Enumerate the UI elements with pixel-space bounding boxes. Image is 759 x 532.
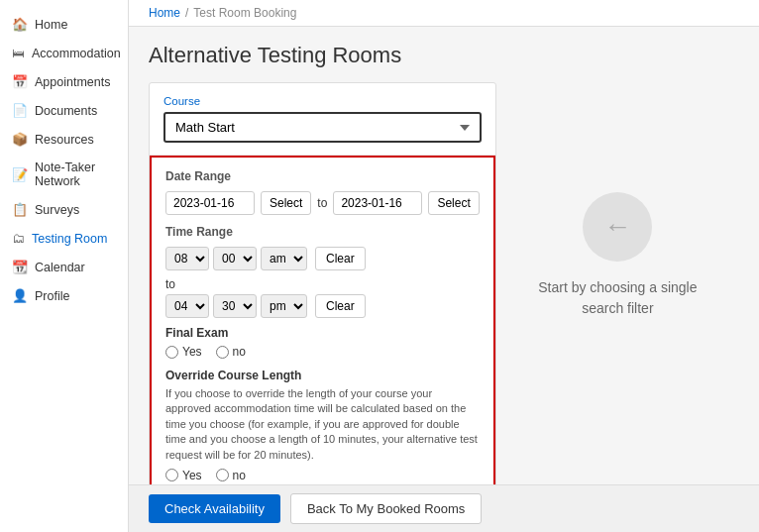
- breadcrumb-current: Test Room Booking: [193, 6, 296, 20]
- final-exam-label: Final Exam: [165, 326, 480, 340]
- start-min-select[interactable]: 00: [213, 247, 257, 270]
- right-panel-text: Start by choosing a single search filter: [516, 277, 719, 319]
- final-exam-yes-label[interactable]: Yes: [165, 345, 202, 359]
- content-area: Alternative Testing Rooms Course Math St…: [129, 27, 759, 484]
- sidebar-label-accommodation: Accommodation: [32, 47, 121, 60]
- final-exam-no-text: no: [233, 345, 246, 359]
- select-start-date-button[interactable]: Select: [261, 191, 311, 215]
- end-hour-select[interactable]: 04: [165, 294, 209, 318]
- sidebar-item-calendar[interactable]: 📆 Calendar: [0, 253, 128, 281]
- course-label: Course: [163, 95, 482, 107]
- select-end-date-button[interactable]: Select: [428, 191, 479, 215]
- profile-icon: 👤: [12, 288, 28, 303]
- sidebar-item-appointments[interactable]: 📅 Appointments: [0, 67, 128, 96]
- main-content: Home / Test Room Booking Alternative Tes…: [129, 0, 759, 532]
- back-to-booked-rooms-button[interactable]: Back To My Booked Rooms: [290, 493, 482, 524]
- documents-icon: 📄: [12, 103, 28, 118]
- appointments-icon: 📅: [12, 74, 28, 89]
- calendar-icon: 📆: [12, 260, 28, 274]
- date-range-title: Date Range: [165, 169, 480, 183]
- time-range-section: Time Range 08 00 am pm: [165, 225, 480, 318]
- topbar: Home / Test Room Booking: [129, 0, 759, 27]
- clear-start-time-button[interactable]: Clear: [315, 247, 366, 270]
- end-min-select[interactable]: 30: [213, 294, 257, 318]
- page-title: Alternative Testing Rooms: [149, 43, 496, 68]
- bottom-bar: Check Availability Back To My Booked Roo…: [129, 484, 759, 532]
- left-panel: Alternative Testing Rooms Course Math St…: [149, 43, 496, 469]
- sidebar-label-surveys: Surveys: [35, 203, 79, 217]
- end-period-select[interactable]: am pm: [261, 294, 307, 318]
- final-exam-no-radio[interactable]: [216, 346, 229, 359]
- time-start-row: 08 00 am pm Clear: [165, 247, 480, 270]
- course-section: Course Math Start: [150, 83, 495, 156]
- surveys-icon: 📋: [12, 202, 28, 217]
- start-period-select[interactable]: am pm: [261, 247, 307, 270]
- override-yes-label[interactable]: Yes: [165, 469, 202, 482]
- sidebar-label-profile: Profile: [35, 289, 69, 303]
- breadcrumb-separator: /: [185, 6, 188, 20]
- back-icon-circle: ←: [583, 192, 652, 262]
- override-no-text: no: [233, 469, 246, 482]
- sidebar-item-surveys[interactable]: 📋 Surveys: [0, 195, 128, 224]
- start-date-input[interactable]: [165, 191, 255, 215]
- sidebar-item-profile[interactable]: 👤 Profile: [0, 281, 128, 310]
- final-exam-yes-radio[interactable]: [165, 346, 178, 359]
- override-desc: If you choose to override the length of …: [165, 386, 480, 463]
- home-icon: 🏠: [12, 17, 28, 32]
- override-yes-text: Yes: [182, 469, 202, 482]
- sidebar-item-documents[interactable]: 📄 Documents: [0, 96, 128, 125]
- sidebar-label-documents: Documents: [35, 104, 97, 118]
- sidebar-item-home[interactable]: 🏠 Home: [0, 10, 128, 39]
- breadcrumb-home[interactable]: Home: [149, 6, 180, 20]
- resources-icon: 📦: [12, 132, 28, 147]
- end-date-input[interactable]: [333, 191, 422, 215]
- final-exam-options: Yes no: [165, 345, 480, 359]
- back-arrow-icon: ←: [603, 211, 631, 243]
- sidebar: 🏠 Home 🛏 Accommodation 📅 Appointments 📄 …: [0, 0, 129, 532]
- final-exam-group: Final Exam Yes no: [165, 326, 480, 359]
- sidebar-label-calendar: Calendar: [35, 261, 85, 274]
- sidebar-label-resources: Resources: [35, 133, 94, 147]
- override-options: Yes no: [165, 469, 480, 482]
- time-to-label: to: [165, 274, 480, 294]
- sidebar-item-notetaker[interactable]: 📝 Note-Taker Network: [0, 154, 128, 195]
- date-to-label: to: [317, 196, 327, 210]
- override-no-radio[interactable]: [216, 469, 229, 481]
- time-range-title: Time Range: [165, 225, 480, 239]
- check-availability-button[interactable]: Check Availability: [149, 494, 280, 523]
- sidebar-item-resources[interactable]: 📦 Resources: [0, 125, 128, 154]
- testing-room-icon: 🗂: [12, 231, 25, 246]
- time-end-row: 04 30 am pm Clear: [165, 294, 480, 318]
- override-yes-radio[interactable]: [165, 469, 178, 481]
- override-section: Override Course Length If you choose to …: [165, 369, 480, 482]
- form-panel: Course Math Start Date Range Select to S…: [149, 82, 496, 484]
- notetaker-icon: 📝: [12, 167, 28, 182]
- sidebar-label-home: Home: [35, 18, 67, 32]
- override-title: Override Course Length: [165, 369, 480, 382]
- filter-box: Date Range Select to Select Time Range: [150, 156, 495, 484]
- sidebar-item-accommodation[interactable]: 🛏 Accommodation: [0, 39, 128, 67]
- sidebar-label-testing-room: Testing Room: [32, 232, 107, 246]
- final-exam-no-label[interactable]: no: [216, 345, 246, 359]
- sidebar-item-testing-room[interactable]: 🗂 Testing Room: [0, 224, 128, 253]
- sidebar-label-appointments: Appointments: [35, 75, 110, 89]
- final-exam-yes-text: Yes: [182, 345, 202, 359]
- override-no-label[interactable]: no: [216, 469, 246, 482]
- clear-end-time-button[interactable]: Clear: [315, 294, 366, 318]
- sidebar-label-notetaker: Note-Taker Network: [35, 160, 116, 188]
- right-panel: ← Start by choosing a single search filt…: [496, 43, 739, 469]
- start-hour-select[interactable]: 08: [165, 247, 209, 270]
- date-range-row: Select to Select: [165, 191, 480, 215]
- accommodation-icon: 🛏: [12, 46, 25, 60]
- course-select[interactable]: Math Start: [163, 112, 482, 143]
